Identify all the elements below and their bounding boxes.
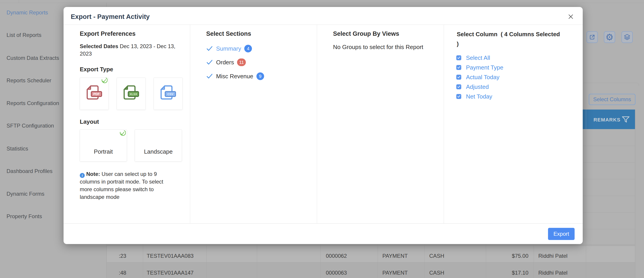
sidebar-item-statistics[interactable]: Statistics bbox=[6, 145, 28, 152]
layers-icon bbox=[624, 34, 630, 40]
checkbox-checked[interactable] bbox=[456, 84, 461, 89]
section-summary[interactable]: Summary 4 bbox=[206, 44, 252, 53]
sidebar-item-sftp-configuration[interactable]: SFTP Configuration bbox=[6, 123, 54, 129]
no-groups-text: No Groups to select for this Report bbox=[333, 44, 423, 51]
section-orders[interactable]: Orders 11 bbox=[206, 58, 246, 66]
remarks-column-header[interactable]: REMARKS bbox=[594, 117, 620, 123]
export-type-xlsx[interactable]: XLSX bbox=[117, 78, 146, 110]
export-button[interactable]: Export bbox=[548, 228, 574, 240]
layers-button[interactable] bbox=[622, 31, 633, 43]
modal-header-divider bbox=[64, 24, 583, 25]
select-column-heading: Select Column ( 4 Columns Selected ) bbox=[457, 29, 560, 49]
layout-landscape[interactable]: Landscape bbox=[135, 130, 182, 161]
cell-order: 0000062 bbox=[326, 253, 347, 259]
column-option-adjusted[interactable]: Adjusted bbox=[456, 83, 489, 91]
select-sections-heading: Select Sections bbox=[206, 30, 251, 37]
cell-user: Riddhi Patel bbox=[538, 253, 568, 259]
sidebar-item-reports-configuration[interactable]: Reports Configuration bbox=[6, 100, 59, 106]
column-option-label[interactable]: Actual Today bbox=[466, 74, 499, 81]
external-link-icon bbox=[589, 34, 595, 40]
modal-title: Export - Payment Activity bbox=[71, 13, 150, 20]
section-count-badge: 9 bbox=[256, 72, 264, 80]
cell-user: Riddhi Patel bbox=[538, 270, 568, 276]
cell-order: 0000063 bbox=[326, 270, 347, 276]
portrait-label: Portrait bbox=[80, 148, 127, 155]
pdf-file-icon: PDF bbox=[85, 85, 103, 102]
sidebar-item-dynamic-reports[interactable]: Dynamic Reports bbox=[6, 9, 48, 16]
section-label[interactable]: Summary bbox=[216, 45, 241, 52]
column-option-actual-today[interactable]: Actual Today bbox=[456, 73, 499, 81]
column-option-payment-type[interactable]: Payment Type bbox=[456, 64, 504, 71]
checkbox-checked[interactable] bbox=[456, 65, 461, 70]
cell-confirmation: TESTEV01AAA147 bbox=[147, 270, 194, 276]
csv-file-icon: CSV bbox=[159, 85, 177, 102]
column-divider-1 bbox=[190, 24, 190, 223]
settings-button[interactable]: ⚙ bbox=[604, 31, 615, 43]
checkbox-checked[interactable] bbox=[456, 75, 461, 80]
filter-icon[interactable] bbox=[622, 116, 630, 123]
note-text: i Note: User can select up to 9 columns … bbox=[80, 170, 171, 201]
check-icon bbox=[206, 59, 213, 65]
column-option-net-today[interactable]: Net Today bbox=[456, 93, 492, 100]
selected-check-icon bbox=[101, 78, 108, 85]
column-option-label[interactable]: Net Today bbox=[466, 93, 492, 100]
cell-time: :23 bbox=[119, 253, 126, 259]
selected-check-icon bbox=[119, 131, 126, 137]
export-modal: Export - Payment Activity Export Prefere… bbox=[64, 7, 583, 244]
column-option-label[interactable]: Payment Type bbox=[466, 64, 504, 71]
section-misc-revenue[interactable]: Misc Revenue 9 bbox=[206, 72, 264, 80]
modal-footer-divider bbox=[64, 223, 583, 224]
column-option-label[interactable]: Adjusted bbox=[466, 83, 489, 90]
cell-confirmation: TESTEV01AAA083 bbox=[147, 253, 194, 259]
export-type-pdf[interactable]: PDF bbox=[80, 78, 108, 110]
cell-type: PAYMENT bbox=[382, 270, 408, 276]
svg-text:CSV: CSV bbox=[168, 92, 174, 96]
cell-method: CASH bbox=[429, 253, 444, 259]
export-type-heading: Export Type bbox=[80, 66, 113, 73]
select-groups-heading: Select Group By Views bbox=[333, 30, 399, 37]
section-label[interactable]: Misc Revenue bbox=[216, 73, 253, 80]
top-navbar-tick bbox=[19, 0, 19, 3]
info-icon: i bbox=[80, 173, 85, 178]
open-external-button[interactable] bbox=[586, 31, 598, 43]
sidebar-item-dashboard-profiles[interactable]: Dashboard Profiles bbox=[6, 168, 52, 174]
sidebar-item-reports-scheduler[interactable]: Reports Scheduler bbox=[6, 77, 52, 84]
sidebar-item-dynamic-forms[interactable]: Dynamic Forms bbox=[6, 191, 44, 197]
landscape-label: Landscape bbox=[135, 148, 182, 155]
layout-heading: Layout bbox=[80, 118, 99, 125]
selected-dates-label: Selected Dates bbox=[80, 43, 118, 49]
section-label[interactable]: Orders bbox=[216, 59, 234, 66]
selected-dates: Selected Dates Dec 13, 2023 - Dec 13, 20… bbox=[80, 42, 181, 57]
cell-amount: $75.00 bbox=[487, 253, 528, 259]
section-count-badge: 11 bbox=[237, 58, 246, 66]
column-divider-3 bbox=[444, 24, 444, 223]
column-option-label[interactable]: Select All bbox=[466, 54, 490, 61]
checkbox-checked[interactable] bbox=[456, 94, 461, 99]
layout-portrait[interactable]: Portrait bbox=[80, 130, 127, 161]
export-type-csv[interactable]: CSV bbox=[154, 78, 182, 110]
svg-text:PDF: PDF bbox=[93, 92, 100, 96]
table-header: REMARKS bbox=[577, 110, 635, 129]
sidebar-item-property-fonts[interactable]: Property Fonts bbox=[6, 213, 42, 220]
check-icon bbox=[206, 46, 213, 51]
column-option-select-all[interactable]: Select All bbox=[456, 54, 490, 62]
section-count-badge: 4 bbox=[244, 45, 252, 52]
cell-method: CASH bbox=[429, 270, 444, 276]
xlsx-file-icon: XLSX bbox=[122, 85, 140, 102]
sidebar-item-list-of-reports[interactable]: List of Reports bbox=[6, 32, 42, 38]
page: Dynamic Reports List of Reports Custom D… bbox=[0, 0, 644, 278]
export-preferences-heading: Export Preferences bbox=[80, 30, 136, 37]
gear-icon: ⚙ bbox=[606, 33, 614, 42]
toolbar-divider bbox=[577, 83, 636, 83]
close-icon[interactable] bbox=[568, 14, 574, 19]
toolbar-divider-corner bbox=[636, 83, 639, 86]
cell-amount: $17.10 bbox=[487, 270, 528, 276]
svg-text:XLSX: XLSX bbox=[130, 92, 137, 96]
check-icon bbox=[206, 73, 213, 79]
sidebar-item-custom-data-extracts[interactable]: Custom Data Extracts bbox=[6, 55, 59, 61]
checkbox-checked[interactable] bbox=[456, 55, 461, 60]
header-col-divider bbox=[586, 110, 586, 129]
select-columns-button[interactable]: Select Columns bbox=[589, 94, 636, 105]
cell-type: PAYMENT bbox=[382, 253, 408, 259]
top-navbar-divider bbox=[0, 3, 644, 3]
